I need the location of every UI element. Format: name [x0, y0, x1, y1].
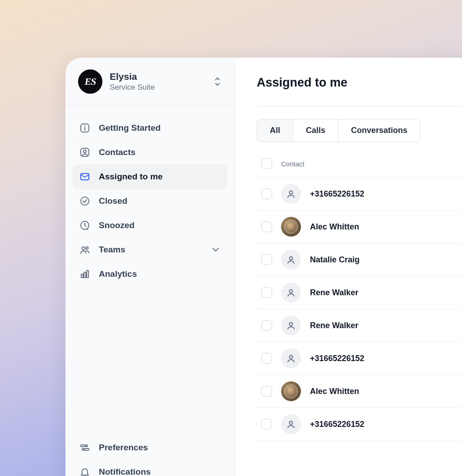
- chart-icon: [79, 268, 91, 280]
- workspace-subtitle: Service Suite: [110, 83, 206, 92]
- sidebar-item-label: Teams: [99, 245, 125, 255]
- workspace-logo: ES: [78, 69, 102, 94]
- row-checkbox[interactable]: [261, 254, 272, 265]
- table-row[interactable]: Alec Whitten: [257, 375, 462, 408]
- table-row[interactable]: +31665226152: [257, 408, 462, 441]
- workspace-text: Elysia Service Suite: [110, 71, 206, 92]
- svg-point-28: [290, 356, 293, 359]
- contact-name: Rene Walker: [310, 288, 358, 298]
- avatar-photo: [281, 217, 301, 237]
- workspace-switcher[interactable]: ES Elysia Service Suite: [65, 58, 235, 105]
- svg-rect-11: [81, 274, 83, 278]
- sidebar-item-label: Snoozed: [99, 220, 134, 230]
- svg-rect-14: [81, 445, 85, 447]
- contact-name: Natalie Craig: [310, 255, 360, 265]
- row-checkbox[interactable]: [261, 221, 272, 232]
- contact-icon: [79, 146, 91, 158]
- contacts-table: Contact +31665226152Alec WhittenNatalie …: [257, 158, 462, 441]
- svg-rect-12: [84, 272, 86, 278]
- sidebar-item-label: Contacts: [99, 147, 135, 157]
- sidebar-item-getting-started[interactable]: Getting Started: [73, 116, 227, 140]
- avatar-placeholder: [281, 184, 301, 204]
- svg-rect-13: [87, 270, 88, 278]
- tab-all[interactable]: All: [257, 119, 293, 142]
- clock-icon: z: [79, 220, 91, 231]
- svg-point-4: [83, 150, 86, 153]
- contact-name: Rene Walker: [310, 321, 358, 330]
- svg-point-27: [290, 323, 293, 326]
- chevron-down-icon: [210, 244, 221, 255]
- sidebar-item-label: Getting Started: [99, 123, 161, 133]
- main-content: Assigned to me AllCallsConversations Con…: [235, 58, 462, 476]
- avatar-placeholder: [281, 316, 301, 335]
- sidebar-item-teams[interactable]: Teams: [73, 238, 227, 262]
- table-header-row: Contact: [257, 158, 462, 177]
- sidebar-item-label: Preferences: [99, 443, 148, 453]
- table-row[interactable]: Natalie Craig: [257, 243, 462, 276]
- sidebar-item-label: Analytics: [99, 269, 137, 279]
- svg-point-29: [290, 421, 293, 425]
- avatar-photo: [281, 381, 301, 401]
- sidebar-item-label: Closed: [99, 196, 127, 206]
- contact-name: Alec Whitten: [310, 387, 359, 396]
- svg-point-24: [290, 191, 293, 194]
- table-row[interactable]: Alec Whitten: [257, 211, 462, 243]
- check-icon: [79, 195, 91, 207]
- svg-point-25: [290, 257, 293, 260]
- contact-name: +31665226152: [310, 189, 365, 199]
- select-all-checkbox[interactable]: [261, 158, 272, 169]
- contact-name: +31665226152: [310, 420, 365, 429]
- mail-icon: [79, 171, 91, 183]
- row-checkbox[interactable]: [261, 386, 272, 397]
- svg-point-10: [86, 247, 88, 249]
- sidebar-item-label: Notifications: [99, 467, 151, 476]
- table-row[interactable]: +31665226152: [257, 342, 462, 375]
- sidebar-item-label: Assigned to me: [99, 172, 162, 182]
- row-checkbox[interactable]: [261, 419, 272, 430]
- avatar-placeholder: [281, 348, 301, 368]
- bell-icon: [79, 466, 91, 476]
- avatar-placeholder: [281, 283, 301, 302]
- sidebar-item-analytics[interactable]: Analytics: [73, 262, 227, 286]
- users-icon: [79, 244, 91, 256]
- table-row[interactable]: Rene Walker: [257, 276, 462, 309]
- avatar-placeholder: [281, 414, 301, 434]
- page-title: Assigned to me: [257, 76, 462, 90]
- table-row[interactable]: +31665226152: [257, 177, 462, 211]
- sidebar-item-notifications[interactable]: Notifications: [73, 460, 227, 476]
- workspace-name: Elysia: [110, 71, 206, 82]
- filter-tabs: AllCallsConversations: [257, 119, 420, 142]
- contact-name: Alec Whitten: [310, 222, 359, 232]
- row-checkbox[interactable]: [261, 353, 272, 364]
- sidebar-nav: Getting StartedContactsAssigned to meClo…: [65, 105, 235, 476]
- sidebar: ES Elysia Service Suite Getting StartedC…: [65, 58, 235, 476]
- contact-name: +31665226152: [310, 354, 365, 363]
- info-icon: [79, 122, 91, 134]
- row-checkbox[interactable]: [261, 287, 272, 298]
- svg-rect-16: [84, 449, 89, 450]
- column-header-contact: Contact: [281, 160, 305, 168]
- svg-text:z: z: [87, 227, 88, 231]
- tab-conv[interactable]: Conversations: [338, 119, 420, 142]
- divider: [257, 106, 462, 106]
- sidebar-item-assigned[interactable]: Assigned to me: [73, 165, 227, 189]
- table-row[interactable]: Rene Walker: [257, 309, 462, 342]
- sidebar-item-preferences[interactable]: Preferences: [73, 435, 227, 460]
- svg-point-6: [81, 197, 89, 205]
- svg-point-1: [84, 126, 85, 127]
- row-checkbox[interactable]: [261, 320, 272, 331]
- svg-point-15: [86, 445, 88, 447]
- avatar-placeholder: [281, 250, 301, 270]
- sliders-icon: [79, 442, 91, 453]
- svg-point-9: [82, 247, 85, 250]
- row-checkbox[interactable]: [261, 188, 272, 199]
- sidebar-item-contacts[interactable]: Contacts: [73, 140, 227, 165]
- chevron-up-down-icon: [213, 76, 222, 87]
- svg-point-26: [290, 290, 293, 293]
- svg-point-17: [82, 449, 84, 450]
- sidebar-item-snoozed[interactable]: zSnoozed: [73, 213, 227, 238]
- tab-calls[interactable]: Calls: [293, 119, 338, 142]
- sidebar-item-closed[interactable]: Closed: [73, 189, 227, 213]
- app-window: ES Elysia Service Suite Getting StartedC…: [65, 58, 462, 476]
